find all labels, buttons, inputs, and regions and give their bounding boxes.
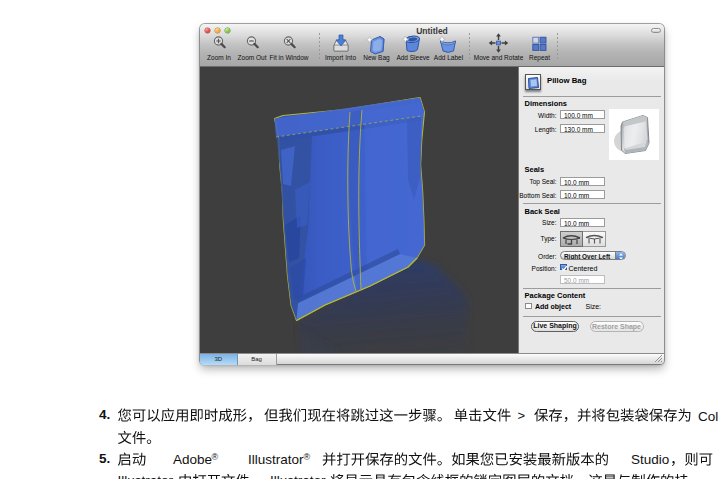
- svg-text:Illustrator: Illustrator: [118, 473, 174, 479]
- svg-text:5.: 5.: [99, 451, 110, 466]
- svg-text:®: ®: [212, 452, 219, 462]
- svg-text:Adobe: Adobe: [173, 452, 212, 467]
- svg-text:®: ®: [304, 452, 311, 462]
- svg-text:Col: Col: [698, 409, 718, 424]
- svg-text:4.: 4.: [99, 407, 110, 422]
- svg-text:Studio: Studio: [631, 452, 669, 467]
- svg-text:>: >: [518, 408, 526, 423]
- svg-text:Illustrator: Illustrator: [248, 452, 304, 467]
- svg-text:Illustrator: Illustrator: [270, 473, 326, 479]
